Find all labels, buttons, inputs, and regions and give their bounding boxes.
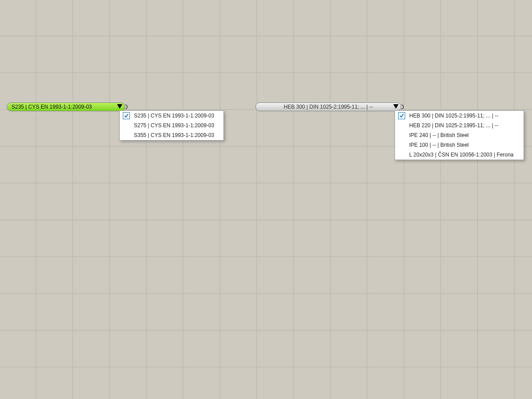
option-check-icon xyxy=(398,151,406,159)
material-picker-chip[interactable]: S235 | CYS EN 1993-1-1:2009-03 xyxy=(7,102,125,111)
option-check-icon xyxy=(122,112,130,120)
option-label: S355 | CYS EN 1993-1-1:2009-03 xyxy=(134,132,214,138)
material-picker-selected-label: S235 | CYS EN 1993-1-1:2009-03 xyxy=(12,104,92,110)
material-option[interactable]: S355 | CYS EN 1993-1-1:2009-03 xyxy=(120,130,223,140)
material-option[interactable]: S275 | CYS EN 1993-1-1:2009-03 xyxy=(120,121,223,130)
material-option[interactable]: S235 | CYS EN 1993-1-1:2009-03 xyxy=(120,111,223,121)
option-check-icon xyxy=(398,112,406,120)
section-option[interactable]: IPE 100 | -- | British Steel xyxy=(395,140,524,150)
option-label: L 20x20x3 | ČSN EN 10056-1:2003 | Ferona xyxy=(409,152,513,158)
option-check-icon xyxy=(398,141,406,149)
option-check-icon xyxy=(398,121,406,129)
output-grip-icon[interactable] xyxy=(401,105,406,109)
output-grip-icon[interactable] xyxy=(125,105,129,109)
canvas-grid xyxy=(0,0,532,399)
dropdown-arrow-icon xyxy=(393,104,399,109)
section-option[interactable]: IPE 240 | -- | British Steel xyxy=(395,130,524,140)
grasshopper-canvas[interactable]: S235 | CYS EN 1993-1-1:2009-03 S235 | CY… xyxy=(0,0,532,399)
option-label: HEB 300 | DIN 1025-2:1995-11; ... | -- xyxy=(409,113,498,119)
dropdown-arrow-icon xyxy=(117,104,122,109)
section-picker-menu: HEB 300 | DIN 1025-2:1995-11; ... | -- H… xyxy=(395,110,524,160)
option-label: HEB 220 | DIN 1025-2:1995-11; ... | -- xyxy=(409,122,498,129)
section-option[interactable]: HEB 300 | DIN 1025-2:1995-11; ... | -- xyxy=(395,111,524,121)
option-label: IPE 100 | -- | British Steel xyxy=(409,142,469,148)
option-label: S235 | CYS EN 1993-1-1:2009-03 xyxy=(134,113,214,119)
section-option[interactable]: L 20x20x3 | ČSN EN 10056-1:2003 | Ferona xyxy=(395,150,524,160)
option-check-icon xyxy=(122,121,130,129)
section-option[interactable]: HEB 220 | DIN 1025-2:1995-11; ... | -- xyxy=(395,121,524,130)
option-check-icon xyxy=(398,131,406,139)
material-picker-menu: S235 | CYS EN 1993-1-1:2009-03 S275 | CY… xyxy=(119,110,224,141)
option-check-icon xyxy=(122,131,130,139)
section-picker-chip[interactable]: HEB 300 | DIN 1025-2:1995-11; ... | -- xyxy=(255,102,401,111)
section-picker-selected-label: HEB 300 | DIN 1025-2:1995-11; ... | -- xyxy=(284,104,373,110)
option-label: S275 | CYS EN 1993-1-1:2009-03 xyxy=(134,122,214,129)
option-label: IPE 240 | -- | British Steel xyxy=(409,132,469,138)
